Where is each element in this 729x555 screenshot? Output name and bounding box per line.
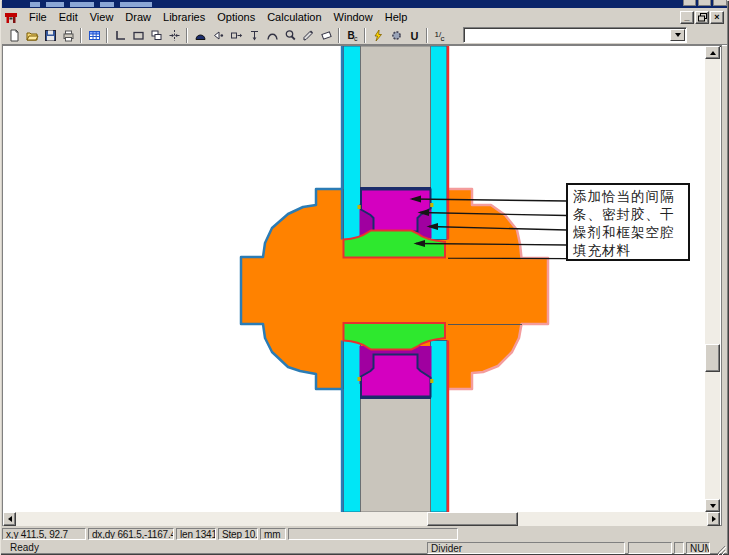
one-over-c-icon[interactable]: 1/c	[431, 27, 449, 44]
annotation-text-box[interactable]: 添加恰当的间隔 条、密封胶、干 燥剂和框架空腔 填充材料	[566, 183, 690, 261]
status-ready: Ready	[10, 542, 39, 553]
menu-file[interactable]: File	[23, 9, 53, 25]
arrow-left-icon	[8, 516, 12, 522]
print-icon[interactable]	[59, 27, 77, 44]
zoom-icon[interactable]	[281, 27, 299, 44]
coordinate-status-bar: x,y 411.5, 92.7 dx,dy 661.5,-1167.4 len …	[2, 527, 727, 541]
arrow-down-icon	[710, 504, 716, 508]
butyl-dot	[430, 379, 433, 383]
svg-text:U: U	[410, 29, 418, 41]
status-dxdy: dx,dy 661.5,-1167.4	[88, 528, 174, 540]
scroll-right-button[interactable]	[707, 512, 720, 526]
status-extra1	[628, 542, 672, 554]
toolbar-separator	[426, 28, 428, 43]
tape-measure-icon[interactable]	[245, 27, 263, 44]
calculate-icon[interactable]	[369, 27, 387, 44]
boundary-conditions-icon[interactable]: Bc	[343, 27, 361, 44]
show-results-icon[interactable]	[387, 27, 405, 44]
status-xy: x,y 411.5, 92.7	[2, 528, 86, 540]
window-restore-button[interactable]	[698, 0, 711, 6]
toolbar-separator	[186, 28, 188, 43]
open-file-icon[interactable]	[23, 27, 41, 44]
arrow-up-icon	[710, 51, 716, 55]
butyl-dot	[430, 203, 433, 207]
svg-text:c: c	[440, 33, 444, 42]
flip-polygon-icon[interactable]	[209, 27, 227, 44]
menu-libraries[interactable]: Libraries	[157, 9, 211, 25]
toolbar: Bc U 1/c	[2, 26, 727, 45]
app-icon	[4, 10, 20, 24]
butyl-dot	[358, 377, 361, 381]
scroll-up-button[interactable]	[705, 46, 720, 59]
mdi-close-button[interactable]: ×	[710, 11, 724, 24]
menu-bar: File Edit View Draw Libraries Options Ca…	[2, 8, 727, 26]
status-extra2	[674, 542, 684, 554]
draw-arc-icon[interactable]	[263, 27, 281, 44]
fill-void-icon[interactable]	[165, 27, 183, 44]
menu-draw[interactable]: Draw	[119, 9, 157, 25]
title-text-fragment	[100, 2, 114, 7]
menu-window[interactable]: Window	[328, 9, 379, 25]
title-text-fragment	[120, 2, 152, 7]
main-status-bar: Ready Divider NUM	[2, 541, 727, 555]
window-close-button[interactable]	[713, 0, 727, 6]
draw-rectangle-icon[interactable]	[129, 27, 147, 44]
drawing-canvas[interactable]	[3, 46, 705, 512]
move-polygon-icon[interactable]	[227, 27, 245, 44]
status-numlock: NUM	[686, 542, 710, 554]
menu-options[interactable]: Options	[211, 9, 261, 25]
arrow-right-icon	[712, 516, 716, 522]
title-text-fragment	[46, 2, 64, 7]
toolbar-separator	[364, 28, 366, 43]
app-window: File Edit View Draw Libraries Options Ca…	[0, 0, 729, 555]
window-minimize-button[interactable]	[683, 0, 696, 6]
scroll-left-button[interactable]	[3, 512, 16, 526]
toolbar-separator	[80, 28, 82, 43]
mdi-restore-button[interactable]	[695, 11, 709, 24]
draw-polyline-icon[interactable]	[111, 27, 129, 44]
chevron-down-icon	[675, 33, 681, 37]
status-length: len 1341.8	[176, 528, 216, 540]
draw-cavity-icon[interactable]	[191, 27, 209, 44]
vertical-scrollbar[interactable]	[705, 46, 720, 512]
copy-polygon-icon[interactable]	[147, 27, 165, 44]
save-icon[interactable]	[41, 27, 59, 44]
butyl-dot	[358, 205, 361, 209]
toolbar-separator	[106, 28, 108, 43]
scroll-down-button[interactable]	[705, 499, 720, 512]
title-text-fragment	[30, 2, 40, 7]
u-factor-icon[interactable]: U	[405, 27, 423, 44]
status-filler	[288, 528, 458, 540]
status-units: mm	[260, 528, 286, 540]
combobox-value	[464, 28, 669, 42]
menu-help[interactable]: Help	[379, 9, 414, 25]
resize-grip[interactable]	[713, 542, 726, 555]
title-bar[interactable]	[2, 0, 727, 8]
title-text-fragment	[70, 2, 94, 7]
status-step: Step 10.0	[218, 528, 258, 540]
combobox-dropdown-button[interactable]	[670, 29, 685, 41]
mdi-minimize-button[interactable]: _	[680, 11, 694, 24]
menu-edit[interactable]: Edit	[53, 9, 84, 25]
eraser-icon[interactable]	[317, 27, 335, 44]
status-mode: Divider	[427, 542, 625, 554]
toolbar-separator	[338, 28, 340, 43]
menu-view[interactable]: View	[84, 9, 120, 25]
new-file-icon[interactable]	[5, 27, 23, 44]
horizontal-scrollbar[interactable]	[3, 512, 720, 526]
svg-text:c: c	[354, 35, 358, 42]
eyedropper-icon[interactable]	[299, 27, 317, 44]
menu-calculation[interactable]: Calculation	[261, 9, 327, 25]
vertical-scroll-thumb[interactable]	[705, 344, 720, 372]
mdi-controls: _ ×	[679, 11, 724, 24]
horizontal-scroll-thumb[interactable]	[427, 512, 518, 526]
material-library-icon[interactable]	[85, 27, 103, 44]
glazing-system-combobox[interactable]	[463, 27, 687, 43]
